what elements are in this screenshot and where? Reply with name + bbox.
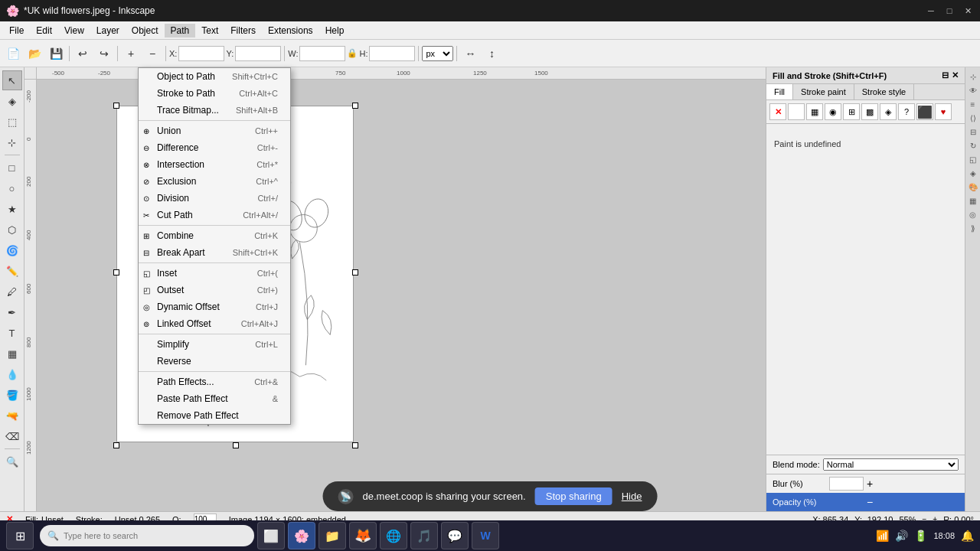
y-coord-input[interactable]: 8.355 xyxy=(235,46,281,61)
menu-linked-offset[interactable]: ⊚ Linked Offset Ctrl+Alt+J xyxy=(139,315,290,332)
zoom-in-button[interactable]: + xyxy=(121,44,141,64)
measure-tool[interactable]: ⊹ xyxy=(2,132,22,152)
tab-stroke-paint[interactable]: Stroke paint xyxy=(793,84,854,99)
hide-button[interactable]: Hide xyxy=(622,491,642,502)
notifications-icon[interactable]: 🔔 xyxy=(961,530,974,542)
menu-paste-path-effect[interactable]: Paste Path Effect & xyxy=(139,390,290,407)
menu-outset[interactable]: ◰ Outset Ctrl+) xyxy=(139,282,290,298)
stop-sharing-button[interactable]: Stop sharing xyxy=(535,487,612,505)
menu-break-apart[interactable]: ⊟ Break Apart Shift+Ctrl+K xyxy=(139,244,290,261)
menu-file[interactable]: File xyxy=(3,24,30,37)
menu-object-to-path[interactable]: Object to Path Shift+Ctrl+C xyxy=(139,68,290,85)
taskbar-search-input[interactable] xyxy=(64,531,247,540)
clipping-icon[interactable]: ◱ xyxy=(967,153,979,165)
maximize-button[interactable]: □ xyxy=(943,5,956,17)
eraser-tool[interactable]: ⌫ xyxy=(2,426,22,446)
menu-cut-path[interactable]: ✂ Cut Path Ctrl+Alt+/ xyxy=(139,207,290,223)
mesh-gradient-button[interactable]: ⊞ xyxy=(843,103,860,120)
no-paint-button[interactable]: ✕ xyxy=(769,103,786,120)
opacity-input[interactable]: 100.0 xyxy=(829,495,864,509)
menu-simplify[interactable]: Simplify Ctrl+L xyxy=(139,336,290,353)
discord-btn[interactable]: 💬 xyxy=(441,522,469,549)
canvas-area[interactable]: -500 -250 0 250 500 750 1000 1250 1500 -… xyxy=(24,67,766,511)
file-explorer-btn[interactable]: 📁 xyxy=(318,522,346,549)
opacity-decrement-icon[interactable]: − xyxy=(867,496,873,508)
h-coord-input[interactable]: 1113.316 xyxy=(369,46,415,61)
menu-remove-path-effect[interactable]: Remove Path Effect xyxy=(139,407,290,424)
tab-fill[interactable]: Fill xyxy=(766,84,793,99)
undo-button[interactable]: ↩ xyxy=(73,44,93,64)
unit-select[interactable]: pxmmcmin xyxy=(422,46,453,61)
new-button[interactable]: 📄 xyxy=(3,44,23,64)
menu-path[interactable]: Path xyxy=(165,24,196,37)
select-tool[interactable]: ↖ xyxy=(2,70,22,90)
network-icon[interactable]: 📶 xyxy=(876,530,889,542)
flip-h-button[interactable]: ↔ xyxy=(460,44,480,64)
swatch-button[interactable]: ◈ xyxy=(880,103,897,120)
swatches-icon[interactable]: ▦ xyxy=(967,194,979,207)
chrome-btn[interactable]: 🌐 xyxy=(380,522,407,549)
unset-paint-button[interactable]: ⬛ xyxy=(916,103,933,120)
node-tool[interactable]: ◈ xyxy=(2,91,22,111)
menu-help[interactable]: Help xyxy=(319,24,351,37)
menu-text[interactable]: Text xyxy=(195,24,224,37)
blend-mode-select[interactable]: Normal Multiply Screen Overlay xyxy=(823,458,959,471)
menu-exclusion[interactable]: ⊘ Exclusion Ctrl+^ xyxy=(139,173,290,190)
dropper-tool[interactable]: 💧 xyxy=(2,364,22,384)
w-coord-input[interactable]: 765.802 xyxy=(299,46,345,61)
calligraphy-tool[interactable]: ✒ xyxy=(2,302,22,322)
menu-reverse[interactable]: Reverse xyxy=(139,353,290,370)
menu-combine[interactable]: ⊞ Combine Ctrl+K xyxy=(139,227,290,244)
menu-inset[interactable]: ◱ Inset Ctrl+( xyxy=(139,265,290,282)
spray-tool[interactable]: 🔫 xyxy=(2,406,22,425)
paint-servers-icon[interactable]: 🎨 xyxy=(967,181,979,193)
xml-icon[interactable]: ⟨⟩ xyxy=(967,112,979,124)
menu-dynamic-offset[interactable]: ◎ Dynamic Offset Ctrl+J xyxy=(139,298,290,315)
lock-proportions-icon[interactable]: 🔒 xyxy=(347,48,358,58)
open-button[interactable]: 📂 xyxy=(24,44,44,64)
3d-box-tool[interactable]: ⬡ xyxy=(2,220,22,240)
battery-icon[interactable]: 🔋 xyxy=(914,530,927,542)
fill-stroke-detach-icon[interactable]: ⊟ xyxy=(942,70,949,80)
gradient-tool[interactable]: ▦ xyxy=(2,344,22,364)
task-view-button[interactable]: ⬜ xyxy=(257,522,285,549)
menu-object[interactable]: Object xyxy=(126,24,165,37)
menu-filters[interactable]: Filters xyxy=(224,24,262,37)
redo-button[interactable]: ↪ xyxy=(94,44,114,64)
transform-icon[interactable]: ↻ xyxy=(967,139,979,152)
linear-gradient-button[interactable]: ▦ xyxy=(806,103,823,120)
menu-difference[interactable]: ⊖ Difference Ctrl+- xyxy=(139,139,290,156)
pencil-tool[interactable]: ✏️ xyxy=(2,261,22,281)
menu-stroke-to-path[interactable]: Stroke to Path Ctrl+Alt+C xyxy=(139,85,290,102)
start-button[interactable]: ⊞ xyxy=(6,522,34,549)
inkscape-taskbar-btn[interactable]: 🌸 xyxy=(288,522,315,549)
pattern-button[interactable]: ▩ xyxy=(861,103,878,120)
save-button[interactable]: 💾 xyxy=(46,44,66,64)
menu-edit[interactable]: Edit xyxy=(30,24,58,37)
browser-btn[interactable]: 🦊 xyxy=(349,522,377,549)
text-tool[interactable]: T xyxy=(2,323,22,343)
fill-extra-button[interactable]: ♥ xyxy=(935,103,952,120)
unknown-button[interactable]: ? xyxy=(898,103,915,120)
volume-icon[interactable]: 🔊 xyxy=(895,530,908,542)
zoom-tool[interactable]: ⬚ xyxy=(2,112,22,132)
menu-layer[interactable]: Layer xyxy=(90,24,126,37)
menu-trace-bitmap[interactable]: Trace Bitmap... Shift+Alt+B xyxy=(139,102,290,119)
rect-tool[interactable]: □ xyxy=(2,158,22,178)
fill-stroke-close-icon[interactable]: ✕ xyxy=(952,70,959,80)
menu-intersection[interactable]: ⊗ Intersection Ctrl+* xyxy=(139,156,290,173)
layer-icon[interactable]: ≡ xyxy=(967,98,979,110)
radial-gradient-button[interactable]: ◉ xyxy=(825,103,841,120)
snap-icon[interactable]: ⊹ xyxy=(967,70,979,83)
flip-v-button[interactable]: ↕ xyxy=(482,44,501,64)
flat-color-button[interactable] xyxy=(788,103,805,120)
word-btn[interactable]: W xyxy=(472,522,499,549)
ellipse-tool[interactable]: ○ xyxy=(2,178,22,198)
pen-tool[interactable]: 🖊 xyxy=(2,282,22,302)
close-button[interactable]: ✕ xyxy=(962,5,974,17)
paint-bucket-tool[interactable]: 🪣 xyxy=(2,385,22,405)
view-icon[interactable]: 👁 xyxy=(967,84,979,96)
menu-extensions[interactable]: Extensions xyxy=(262,24,319,37)
menu-view[interactable]: View xyxy=(58,24,90,37)
menu-union[interactable]: ⊕ Union Ctrl++ xyxy=(139,122,290,139)
